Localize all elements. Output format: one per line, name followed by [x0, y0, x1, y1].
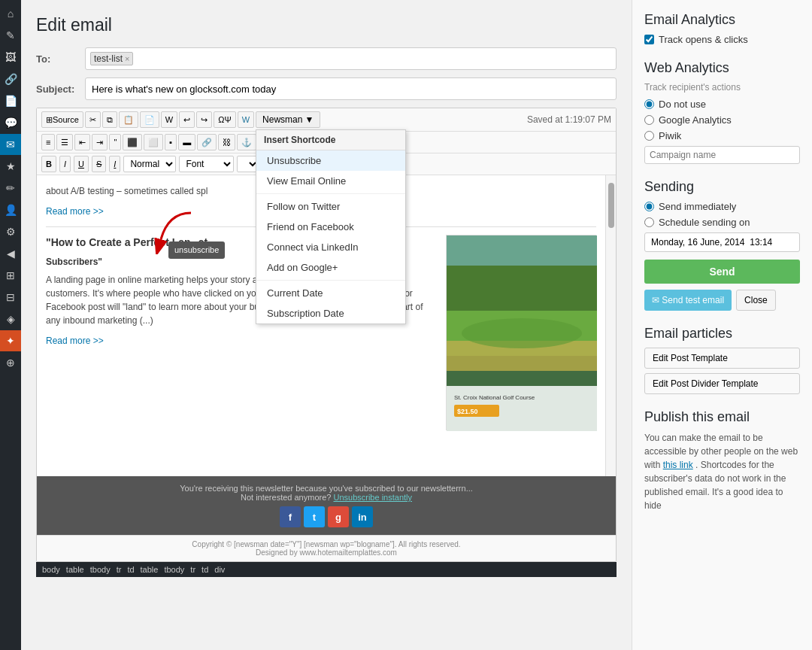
facebook-social-button[interactable]: f [280, 506, 301, 527]
dropdown-item-subscription-date[interactable]: Subscription Date [256, 303, 405, 323]
status-tr1[interactable]: tr [117, 565, 122, 574]
send-button[interactable]: Send [644, 260, 800, 284]
dropdown-item-view-email[interactable]: View Email Online [256, 171, 405, 191]
list-ordered-button[interactable]: ≡ [41, 134, 55, 150]
align-right-button[interactable]: ▪ [165, 134, 177, 150]
status-bar: body table tbody tr td table tbody tr td… [36, 562, 617, 577]
paste-plain-button[interactable]: 📄 [140, 111, 159, 128]
status-td1[interactable]: td [127, 565, 134, 574]
dropdown-item-twitter[interactable]: Follow on Twitter [256, 196, 405, 217]
to-tag: test-list × [90, 52, 133, 65]
email-particles-title: Email particles [644, 326, 800, 342]
piwik-radio[interactable] [644, 131, 654, 141]
indent-button[interactable]: ⇥ [92, 134, 108, 150]
sidebar-icon-home[interactable]: ⌂ [0, 3, 21, 24]
dropdown-item-current-date[interactable]: Current Date [256, 283, 405, 303]
google-analytics-radio[interactable] [644, 115, 654, 125]
radio-google-row: Google Analytics [644, 114, 800, 126]
strikethrough-button[interactable]: S [92, 156, 106, 172]
editor-scrollbar[interactable] [605, 175, 616, 476]
sidebar-icon-highlight[interactable]: ✦ [0, 330, 21, 351]
sidebar-icon-media[interactable]: 🖼 [0, 47, 21, 68]
read-more-1[interactable]: Read more >> [46, 206, 104, 217]
dropdown-item-facebook[interactable]: Friend on Facebook [256, 217, 405, 237]
align-left-button[interactable]: ⬛ [123, 134, 142, 150]
align-justify-button[interactable]: ▬ [178, 134, 195, 150]
status-body[interactable]: body [42, 565, 60, 574]
linkedin-social-button[interactable]: in [352, 506, 373, 527]
sidebar-icon-users[interactable]: 👤 [0, 199, 21, 220]
status-table2[interactable]: table [141, 565, 159, 574]
link-button[interactable]: 🔗 [197, 134, 217, 150]
track-opens-label: Track opens & clicks [659, 34, 748, 45]
status-tr2[interactable]: tr [190, 565, 195, 574]
to-input[interactable]: test-list × [85, 47, 617, 70]
status-tbody2[interactable]: tbody [164, 565, 184, 574]
edit-post-template-button[interactable]: Edit Post Template [644, 348, 800, 369]
twitter-social-button[interactable]: t [304, 506, 325, 527]
campaign-name-input[interactable] [644, 146, 800, 164]
sidebar-icon-collapse[interactable]: ◀ [0, 243, 21, 264]
copy-button[interactable]: ⧉ [102, 111, 117, 128]
sidebar-icon-misc3[interactable]: ◈ [0, 308, 21, 330]
newsman-button[interactable]: Newsman ▼ [256, 111, 320, 128]
sidebar-icon-active[interactable]: ✉ [0, 134, 21, 155]
status-tbody1[interactable]: tbody [90, 565, 111, 574]
svg-text:$21.50: $21.50 [457, 408, 478, 415]
sidebar-icon-misc1[interactable]: ⊞ [0, 265, 21, 286]
undo-button[interactable]: ↩ [179, 111, 195, 128]
redo-button[interactable]: ↪ [196, 111, 212, 128]
italic-button[interactable]: I [59, 156, 71, 172]
edit-post-divider-button[interactable]: Edit Post Divider Template [644, 373, 800, 394]
underline-button[interactable]: U [74, 156, 89, 172]
tag-close-icon[interactable]: × [125, 54, 129, 63]
paste-button[interactable]: 📋 [119, 111, 138, 128]
track-opens-checkbox[interactable] [644, 35, 654, 44]
googleplus-social-button[interactable]: g [328, 506, 349, 527]
sidebar-icon-misc2[interactable]: ⊟ [0, 287, 21, 308]
this-link[interactable]: this link [663, 460, 693, 470]
schedule-sending-radio[interactable] [644, 217, 654, 227]
close-button[interactable]: Close [736, 290, 776, 311]
do-not-use-radio[interactable] [644, 99, 654, 109]
special-char-button[interactable]: ΩΨ [214, 111, 235, 128]
sidebar-icon-pages[interactable]: 📄 [0, 90, 21, 111]
outdent-button[interactable]: ⇤ [74, 134, 90, 150]
anchor-button[interactable]: ⚓ [237, 134, 256, 150]
dropdown-item-linkedin[interactable]: Connect via LinkedIn [256, 237, 405, 257]
unlink-button[interactable]: ⛓ [218, 134, 235, 150]
dropdown-item-unsubscribe[interactable]: Unsubscribe [256, 150, 405, 171]
sidebar-icon-tools[interactable]: ✏ [0, 178, 21, 199]
send-test-button[interactable]: ✉ Send test email [644, 290, 732, 311]
sidebar-icon-misc4[interactable]: ⊕ [0, 352, 21, 373]
source-button[interactable]: ⊞ Source [41, 111, 83, 128]
subject-input[interactable] [85, 77, 617, 100]
sidebar-icon-posts[interactable]: ✎ [0, 25, 21, 46]
sidebar-icon-settings[interactable]: ⚙ [0, 221, 21, 242]
bold-button[interactable]: B [41, 156, 56, 172]
copyright-text: Copyright © [newsman date="Y"] [newsman … [41, 540, 611, 548]
read-more-2[interactable]: Read more >> [46, 336, 104, 346]
wp-button[interactable]: W [238, 111, 254, 128]
format-button[interactable]: I [109, 156, 120, 172]
align-center-button[interactable]: ⬜ [144, 134, 163, 150]
sidebar-icon-links[interactable]: 🔗 [0, 68, 21, 90]
send-immediately-radio[interactable] [644, 202, 654, 211]
blockquote-button[interactable]: " [109, 134, 121, 150]
size-select[interactable]: Normal Heading 1 Heading 2 [123, 156, 176, 172]
date-input[interactable] [644, 232, 800, 252]
unsubscribe-link[interactable]: Unsubscribe instantly [333, 493, 412, 502]
cut-button[interactable]: ✂ [85, 111, 101, 128]
status-td2[interactable]: td [201, 565, 208, 574]
status-div[interactable]: div [214, 565, 225, 574]
sidebar-icon-appearance[interactable]: ★ [0, 156, 21, 177]
paste-word-button[interactable]: W [161, 111, 177, 128]
piwik-label: Piwik [659, 130, 681, 141]
dropdown-item-googleplus[interactable]: Add on Google+ [256, 257, 405, 278]
right-panel: Email Analytics Track opens & clicks Web… [632, 0, 812, 650]
list-unordered-button[interactable]: ☰ [56, 134, 73, 150]
scrollbar-thumb[interactable] [608, 183, 614, 228]
font-select[interactable]: Font Arial Georgia [179, 156, 234, 172]
sidebar-icon-comments[interactable]: 💬 [0, 112, 21, 133]
status-table1[interactable]: table [66, 565, 84, 574]
